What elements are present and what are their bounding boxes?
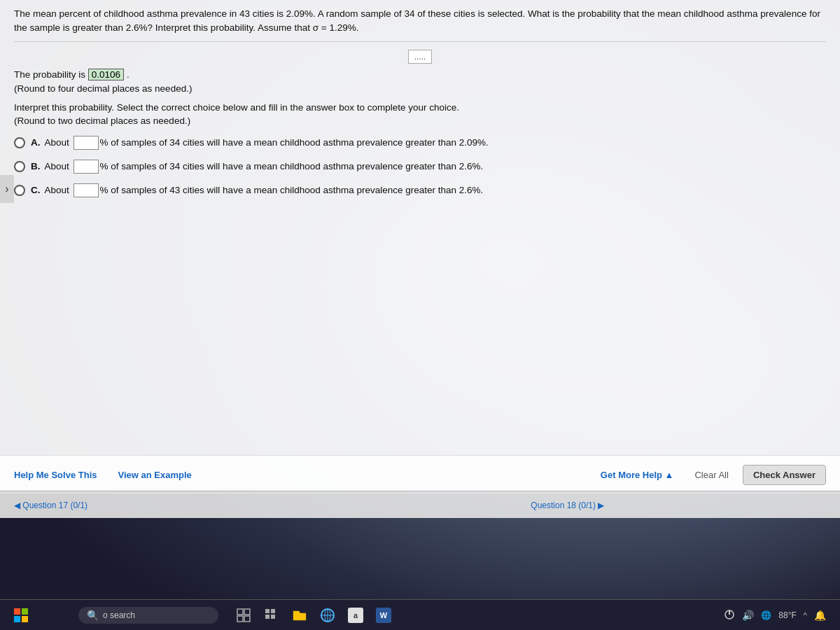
windows-logo-icon <box>14 608 28 622</box>
power-svg <box>724 609 735 620</box>
start-button[interactable] <box>6 600 36 631</box>
temperature-display: 88°F <box>778 610 796 620</box>
option-a-text: % of samples of 34 cities will have a me… <box>100 137 489 148</box>
file-manager-icon[interactable] <box>288 604 311 626</box>
probability-value[interactable]: 0.0106 <box>88 69 124 80</box>
nav-question-17[interactable]: ◀ Question 17 (0/1) <box>14 500 88 510</box>
dots-container[interactable]: ..... <box>14 50 826 62</box>
view-example-button[interactable]: View an Example <box>118 470 191 480</box>
svg-rect-11 <box>271 615 275 619</box>
question-nav-bar: ◀ Question 17 (0/1) Question 18 (0/1) ▶ <box>0 491 840 518</box>
option-c-row: C. About % of samples of 43 cities will … <box>14 183 826 197</box>
probability-line: The probability is 0.0106 . <box>14 69 826 80</box>
svg-rect-10 <box>265 615 270 619</box>
clear-all-button[interactable]: Clear All <box>694 470 728 480</box>
svg-rect-8 <box>265 609 270 613</box>
main-content-panel: The mean percent of childhood asthma pre… <box>0 0 840 490</box>
tray-chevron[interactable]: ^ <box>804 611 807 620</box>
svg-rect-5 <box>244 609 250 615</box>
option-c-text: % of samples of 43 cities will have a me… <box>100 185 484 195</box>
svg-rect-0 <box>14 608 20 615</box>
grid-svg <box>265 608 279 622</box>
option-b-radio[interactable] <box>14 161 25 172</box>
taskbar-search-bar[interactable]: 🔍 o search <box>78 607 218 624</box>
taskbar-app-icons: a W <box>232 604 395 626</box>
svg-rect-2 <box>14 616 20 622</box>
folder-svg <box>292 608 307 622</box>
volume-icon[interactable]: 🔊 <box>742 610 754 621</box>
power-icon[interactable] <box>724 609 735 622</box>
app-icon-a[interactable]: a <box>344 604 367 626</box>
option-b-label: B. <box>31 161 41 172</box>
dots-indicator[interactable]: ..... <box>408 50 433 64</box>
option-c-radio[interactable] <box>14 185 25 196</box>
option-a-row: A. About % of samples of 34 cities will … <box>14 136 826 150</box>
search-text: o search <box>103 610 135 620</box>
option-a-radio[interactable] <box>14 137 25 148</box>
help-me-solve-button[interactable]: Help Me Solve This <box>14 470 97 480</box>
app-a-label: a <box>348 608 363 623</box>
notification-icon[interactable]: 🔔 <box>814 610 826 621</box>
option-a-input[interactable] <box>74 136 99 150</box>
svg-rect-9 <box>271 609 275 613</box>
options-section: A. About % of samples of 34 cities will … <box>14 136 826 197</box>
windows-taskbar: 🔍 o search <box>0 599 840 630</box>
option-b-input[interactable] <box>74 160 99 174</box>
system-tray: 🔊 🌐 88°F ^ 🔔 <box>724 609 834 622</box>
option-b-row: B. About % of samples of 34 cities will … <box>14 160 826 174</box>
svg-rect-7 <box>244 616 250 622</box>
nav-question-18[interactable]: Question 18 (0/1) ▶ <box>531 500 604 510</box>
action-bar: Help Me Solve This View an Example Get M… <box>0 455 840 493</box>
round-note-2: (Round to two decimal places as needed.) <box>14 115 826 126</box>
option-b-text: % of samples of 34 cities will have a me… <box>100 161 484 172</box>
option-b-about: About <box>45 161 69 172</box>
option-a-about: About <box>45 137 69 148</box>
network-icon[interactable]: 🌐 <box>761 610 771 620</box>
svg-rect-4 <box>237 609 243 615</box>
question-text: The mean percent of childhood asthma pre… <box>14 7 826 42</box>
interpret-instruction: Interpret this probability. Select the c… <box>14 102 826 113</box>
svg-rect-3 <box>22 616 28 622</box>
option-c-label: C. <box>31 185 41 195</box>
taskview-svg <box>237 608 251 622</box>
word-icon[interactable]: W <box>372 604 395 626</box>
task-view-icon[interactable] <box>232 604 255 626</box>
check-answer-button[interactable]: Check Answer <box>743 465 826 485</box>
round-note-1: (Round to four decimal places as needed.… <box>14 83 826 94</box>
grid-icon[interactable] <box>260 604 283 626</box>
search-icon: 🔍 <box>87 610 99 621</box>
svg-rect-1 <box>22 608 28 615</box>
option-c-about: About <box>45 185 69 195</box>
browser-svg <box>320 608 335 623</box>
svg-rect-6 <box>237 616 243 622</box>
browser-icon[interactable] <box>316 604 339 626</box>
option-a-label: A. <box>31 137 41 148</box>
get-more-help-button[interactable]: Get More Help ▲ <box>601 470 674 480</box>
left-nav-arrow[interactable]: › <box>0 175 14 203</box>
option-c-input[interactable] <box>74 183 99 197</box>
word-label: W <box>376 608 391 623</box>
